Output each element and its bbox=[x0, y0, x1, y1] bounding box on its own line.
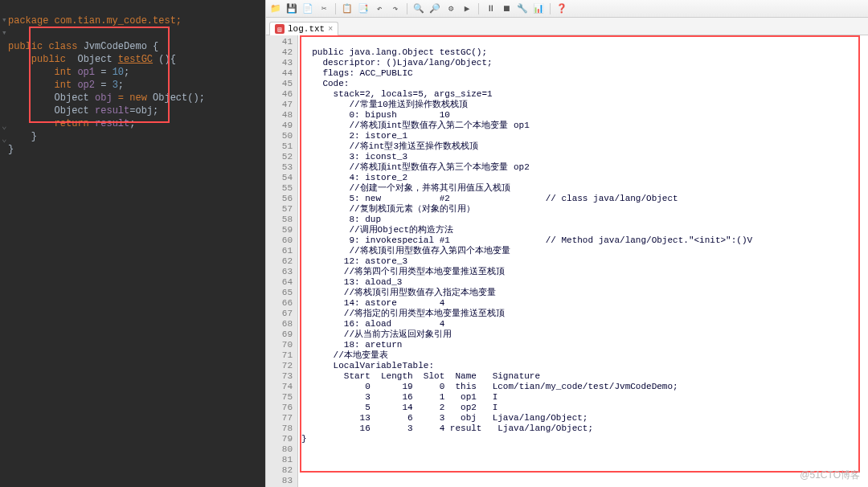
line-number: 49 bbox=[266, 121, 293, 131]
java-source[interactable]: package com.tian.my_code.test; public cl… bbox=[8, 2, 257, 156]
line-number: 78 bbox=[266, 424, 293, 434]
line-number: 63 bbox=[266, 267, 293, 277]
line-number: 52 bbox=[266, 152, 293, 162]
line-number: 50 bbox=[266, 131, 293, 141]
toolbar-icon-12[interactable]: ⏸ bbox=[484, 2, 497, 15]
line-number: 62 bbox=[266, 256, 293, 267]
code-line: 0: bipush 10 bbox=[301, 110, 865, 121]
code-line: 0 19 0 this Lcom/tian/my_code/test/JvmCo… bbox=[301, 382, 865, 392]
line-number: 53 bbox=[266, 162, 293, 173]
toolbar: 📁💾📄✂📋📑↶↷🔍🔎⚙▶⏸⏹🔧📊❓ bbox=[266, 0, 868, 18]
code-line: 2: istore_1 bbox=[301, 131, 865, 141]
line-number: 64 bbox=[266, 277, 293, 288]
line-number: 56 bbox=[266, 194, 293, 204]
toolbar-icon-11[interactable]: ▶ bbox=[461, 2, 473, 15]
watermark: @51CTO博客 bbox=[800, 469, 860, 482]
code-line: 8: dup bbox=[301, 215, 865, 225]
line-number: 76 bbox=[266, 403, 293, 413]
code-line bbox=[301, 455, 865, 465]
fold-marker[interactable]: ▾ bbox=[2, 27, 7, 38]
line-number: 79 bbox=[266, 434, 293, 444]
toolbar-icon-4[interactable]: 📋 bbox=[341, 2, 354, 15]
line-number: 45 bbox=[266, 79, 293, 89]
code-line: //本地变量表 bbox=[301, 350, 865, 361]
toolbar-icon-7[interactable]: ↷ bbox=[389, 2, 402, 15]
code-line: //将栈顶int型数值存入第二个本地变量 op1 bbox=[301, 121, 865, 131]
line-number: 60 bbox=[266, 235, 293, 246]
toolbar-icon-9[interactable]: 🔎 bbox=[428, 2, 441, 15]
line-number: 80 bbox=[266, 444, 293, 455]
code-line: 4: istore_2 bbox=[301, 173, 865, 183]
code-line: 3 16 1 op1 I bbox=[301, 392, 865, 403]
eq-obj: =obj; bbox=[129, 105, 158, 117]
code-line: 14: astore 4 bbox=[301, 298, 865, 309]
method-name: testGC bbox=[118, 54, 153, 65]
tab-log-txt[interactable]: ▤ log.txt × bbox=[269, 22, 338, 35]
fold-marker[interactable]: ▾ bbox=[2, 14, 7, 25]
line-number: 54 bbox=[266, 173, 293, 183]
code-line: //将栈顶引用型数值存入指定本地变量 bbox=[301, 288, 865, 298]
kw-int: int bbox=[55, 80, 72, 91]
code-line bbox=[301, 465, 865, 476]
code-line: //将栈顶引用型数值存入第四个本地变量 bbox=[301, 246, 865, 256]
line-number: 43 bbox=[266, 58, 293, 68]
line-number: 70 bbox=[266, 340, 293, 350]
toolbar-separator bbox=[478, 3, 479, 14]
line-number-gutter: 4142434445464748495051525354555657585960… bbox=[266, 35, 298, 487]
toolbar-icon-15[interactable]: 📊 bbox=[532, 2, 545, 15]
toolbar-icon-8[interactable]: 🔍 bbox=[412, 2, 425, 15]
code-line: 9: invokespecial #1 // Method java/lang/… bbox=[301, 235, 865, 246]
file-icon: ▤ bbox=[275, 24, 285, 34]
toolbar-icon-5[interactable]: 📑 bbox=[357, 2, 370, 15]
toolbar-icon-14[interactable]: 🔧 bbox=[516, 2, 529, 15]
toolbar-icon-2[interactable]: 📄 bbox=[301, 2, 314, 15]
line-number: 51 bbox=[266, 141, 293, 152]
line-number: 66 bbox=[266, 298, 293, 309]
code-line: } bbox=[301, 434, 865, 444]
code-line: 5 14 2 op2 I bbox=[301, 403, 865, 413]
tab-bar: ▤ log.txt × bbox=[266, 18, 868, 35]
toolbar-icon-3[interactable]: ✂ bbox=[317, 2, 330, 15]
line-number: 82 bbox=[266, 465, 293, 476]
code-line bbox=[301, 37, 865, 47]
code-line: LocalVariableTable: bbox=[301, 361, 865, 371]
code-line: //创建一个对象，并将其引用值压入栈顶 bbox=[301, 183, 865, 194]
line-number: 46 bbox=[266, 89, 293, 100]
toolbar-icon-6[interactable]: ↶ bbox=[373, 2, 386, 15]
toolbar-icon-1[interactable]: 💾 bbox=[285, 2, 298, 15]
code-line: //将第四个引用类型本地变量推送至栈顶 bbox=[301, 267, 865, 277]
close-icon[interactable]: × bbox=[328, 25, 333, 34]
toolbar-icon-16[interactable]: ❓ bbox=[555, 2, 568, 15]
line-number: 61 bbox=[266, 246, 293, 256]
code-line: //从当前方法返回对象引用 bbox=[301, 329, 865, 340]
toolbar-icon-10[interactable]: ⚙ bbox=[444, 2, 457, 15]
fold-end-marker[interactable]: ⌄ bbox=[2, 133, 7, 144]
brace-close: } bbox=[31, 131, 37, 142]
bytecode-content[interactable]: public java.lang.Object testGC(); descri… bbox=[298, 35, 868, 487]
line-number: 48 bbox=[266, 110, 293, 121]
tab-label: log.txt bbox=[288, 24, 325, 34]
code-line: Start Length Slot Name Signature bbox=[301, 371, 865, 382]
kw-new: = new bbox=[118, 92, 147, 104]
toolbar-icon-13[interactable]: ⏹ bbox=[500, 2, 513, 15]
line-number: 72 bbox=[266, 361, 293, 371]
code-line: //常量10推送到操作数栈栈顶 bbox=[301, 100, 865, 110]
sig-suffix: (){ bbox=[158, 54, 176, 65]
fold-end-marker[interactable]: ⌄ bbox=[2, 121, 7, 131]
line-number: 77 bbox=[266, 413, 293, 424]
code-line: public java.lang.Object testGC(); bbox=[301, 47, 865, 58]
var-op1: op1 bbox=[77, 67, 95, 78]
type-object: Object bbox=[55, 105, 89, 117]
line-number: 57 bbox=[266, 204, 293, 215]
line-number: 59 bbox=[266, 225, 293, 235]
line-number: 83 bbox=[266, 476, 293, 486]
line-number: 65 bbox=[266, 288, 293, 298]
code-line: 16 3 4 result Ljava/lang/Object; bbox=[301, 424, 865, 434]
line-number: 55 bbox=[266, 183, 293, 194]
toolbar-icon-0[interactable]: 📁 bbox=[269, 2, 282, 15]
line-number: 47 bbox=[266, 100, 293, 110]
code-line: 18: areturn bbox=[301, 340, 865, 350]
toolbar-separator bbox=[407, 3, 407, 14]
line-number: 74 bbox=[266, 382, 293, 392]
code-line: 12: astore_3 bbox=[301, 256, 865, 267]
